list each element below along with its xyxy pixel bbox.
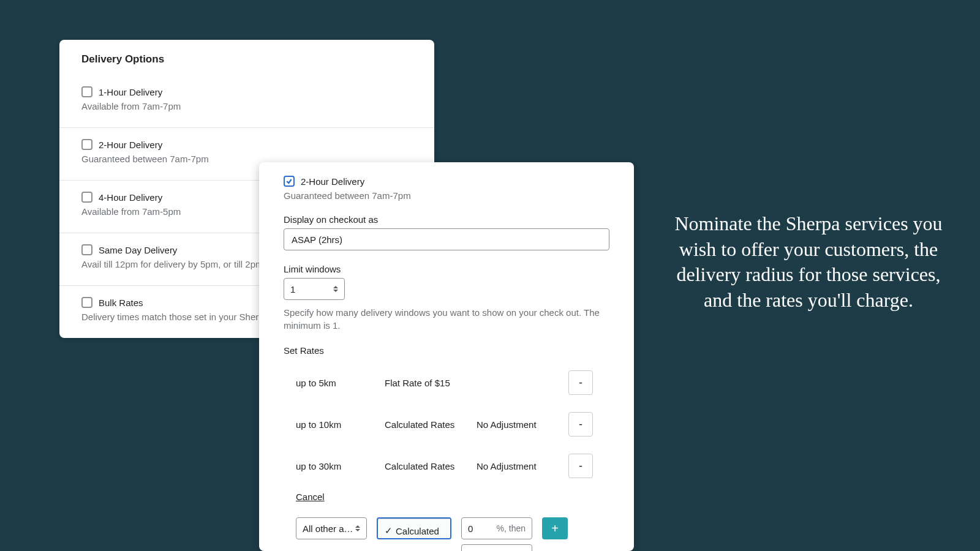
rate-adj: No Adjustment xyxy=(477,461,562,471)
percent-suffix: %, then xyxy=(497,523,526,533)
card-title: Delivery Options xyxy=(59,40,434,75)
rate-row: up to 30km Calculated Rates No Adjustmen… xyxy=(284,445,609,487)
rate-type: Flat Rate of $15 xyxy=(385,378,562,388)
limit-select[interactable]: 1 xyxy=(284,278,345,300)
rate-distance: up to 5km xyxy=(296,378,379,388)
display-input[interactable] xyxy=(284,228,609,250)
checkbox-2hour-config[interactable] xyxy=(284,176,295,187)
option-desc: Available from 7am-7pm xyxy=(81,101,412,111)
option-label: 4-Hour Delivery xyxy=(99,192,162,203)
chevron-icon xyxy=(333,286,338,292)
rate-type: Calculated Rates xyxy=(385,419,470,430)
rate-adj: No Adjustment xyxy=(477,419,562,430)
limit-value: 1 xyxy=(290,284,295,294)
rates-label: Set Rates xyxy=(284,345,609,356)
checkbox-4hour[interactable] xyxy=(81,192,92,203)
rate-type-select[interactable]: ✓ Calculated Flat Rate No Rate xyxy=(377,517,451,539)
rate-distance: up to 30km xyxy=(296,461,379,471)
dropdown-item-calculated[interactable]: ✓ Calculated xyxy=(380,522,451,539)
option-label: 2-Hour Delivery xyxy=(301,176,364,187)
rates-table: up to 5km Flat Rate of $15 - up to 10km … xyxy=(284,362,609,487)
option-label: Bulk Rates xyxy=(99,298,143,308)
remove-rate-button[interactable]: - xyxy=(568,370,593,395)
display-label: Display on checkout as xyxy=(284,214,609,225)
limit-label: Limit windows xyxy=(284,264,609,274)
add-rate-row: All other a… ✓ Calculated Flat Rate No R… xyxy=(284,517,609,551)
checkbox-2hour[interactable] xyxy=(81,139,92,150)
rate-distance: up to 10km xyxy=(296,419,379,430)
option-desc: Guaranteed between 7am-7pm xyxy=(284,190,609,201)
delivery-config-card: 2-Hour Delivery Guaranteed between 7am-7… xyxy=(259,162,634,551)
rate-row: up to 10km Calculated Rates No Adjustmen… xyxy=(284,403,609,445)
checkbox-1hour[interactable] xyxy=(81,86,92,97)
rate-row: up to 5km Flat Rate of $15 - xyxy=(284,362,609,403)
rate-type-dropdown: ✓ Calculated Flat Rate No Rate xyxy=(377,519,451,539)
option-1hour: 1-Hour Delivery Available from 7am-7pm xyxy=(59,75,434,128)
add-rate-button[interactable]: + xyxy=(542,517,568,539)
remove-rate-button[interactable]: - xyxy=(568,454,593,478)
cancel-link[interactable]: Cancel xyxy=(284,492,325,502)
checkbox-sameday[interactable] xyxy=(81,244,92,255)
checkbox-bulk[interactable] xyxy=(81,297,92,308)
limit-help: Specify how many delivery windows you wa… xyxy=(284,306,609,332)
rate-type: Calculated Rates xyxy=(385,461,470,471)
distance-value: All other a… xyxy=(303,523,353,534)
percent-value: 0 xyxy=(468,523,473,534)
additional-input[interactable]: add $ 0 xyxy=(461,544,532,551)
percent-input[interactable]: 0 %, then xyxy=(461,517,532,539)
info-text: Nominate the Sherpa services you wish to… xyxy=(668,211,949,313)
option-label: 2-Hour Delivery xyxy=(99,140,162,150)
check-icon: ✓ xyxy=(385,525,393,536)
remove-rate-button[interactable]: - xyxy=(568,412,593,437)
chevron-icon xyxy=(355,525,360,531)
option-label: 1-Hour Delivery xyxy=(99,87,162,97)
option-label: Same Day Delivery xyxy=(99,245,177,255)
adjustment-inputs: 0 %, then add $ 0 Free Shipping xyxy=(461,517,532,551)
distance-select[interactable]: All other a… xyxy=(296,517,367,539)
